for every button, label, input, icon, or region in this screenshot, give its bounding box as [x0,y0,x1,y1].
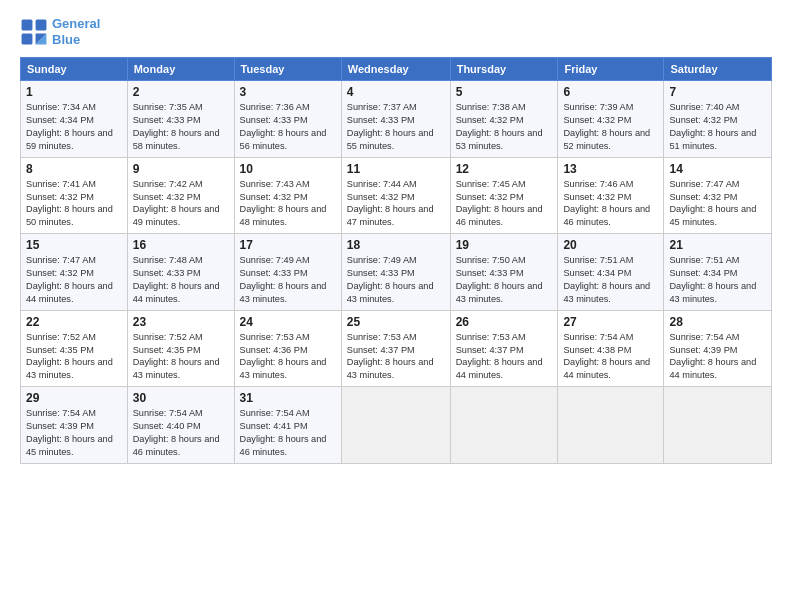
day-number: 9 [133,162,229,176]
day-number: 13 [563,162,658,176]
logo-icon [20,18,48,46]
day-number: 1 [26,85,122,99]
day-number: 30 [133,391,229,405]
day-info: Sunrise: 7:54 AM Sunset: 4:40 PM Dayligh… [133,407,229,459]
calendar-cell: 22 Sunrise: 7:52 AM Sunset: 4:35 PM Dayl… [21,310,128,387]
calendar-cell: 21 Sunrise: 7:51 AM Sunset: 4:34 PM Dayl… [664,234,772,311]
calendar-cell: 9 Sunrise: 7:42 AM Sunset: 4:32 PM Dayli… [127,157,234,234]
day-number: 14 [669,162,766,176]
calendar-cell [558,387,664,464]
day-info: Sunrise: 7:38 AM Sunset: 4:32 PM Dayligh… [456,101,553,153]
day-info: Sunrise: 7:37 AM Sunset: 4:33 PM Dayligh… [347,101,445,153]
weekday-header: Tuesday [234,58,341,81]
day-number: 26 [456,315,553,329]
calendar-cell: 13 Sunrise: 7:46 AM Sunset: 4:32 PM Dayl… [558,157,664,234]
day-number: 5 [456,85,553,99]
calendar-cell: 14 Sunrise: 7:47 AM Sunset: 4:32 PM Dayl… [664,157,772,234]
day-number: 23 [133,315,229,329]
day-number: 15 [26,238,122,252]
day-info: Sunrise: 7:42 AM Sunset: 4:32 PM Dayligh… [133,178,229,230]
day-info: Sunrise: 7:51 AM Sunset: 4:34 PM Dayligh… [669,254,766,306]
day-info: Sunrise: 7:49 AM Sunset: 4:33 PM Dayligh… [240,254,336,306]
calendar-week-row: 22 Sunrise: 7:52 AM Sunset: 4:35 PM Dayl… [21,310,772,387]
calendar-week-row: 29 Sunrise: 7:54 AM Sunset: 4:39 PM Dayl… [21,387,772,464]
svg-rect-1 [36,19,47,30]
weekday-header: Saturday [664,58,772,81]
day-info: Sunrise: 7:39 AM Sunset: 4:32 PM Dayligh… [563,101,658,153]
logo: General Blue [20,16,100,47]
calendar-cell: 4 Sunrise: 7:37 AM Sunset: 4:33 PM Dayli… [341,81,450,158]
calendar-cell: 10 Sunrise: 7:43 AM Sunset: 4:32 PM Dayl… [234,157,341,234]
calendar-week-row: 15 Sunrise: 7:47 AM Sunset: 4:32 PM Dayl… [21,234,772,311]
day-number: 11 [347,162,445,176]
day-number: 22 [26,315,122,329]
calendar-cell: 30 Sunrise: 7:54 AM Sunset: 4:40 PM Dayl… [127,387,234,464]
day-info: Sunrise: 7:54 AM Sunset: 4:38 PM Dayligh… [563,331,658,383]
calendar-cell: 6 Sunrise: 7:39 AM Sunset: 4:32 PM Dayli… [558,81,664,158]
day-info: Sunrise: 7:47 AM Sunset: 4:32 PM Dayligh… [669,178,766,230]
day-info: Sunrise: 7:53 AM Sunset: 4:37 PM Dayligh… [456,331,553,383]
day-number: 12 [456,162,553,176]
calendar-cell: 1 Sunrise: 7:34 AM Sunset: 4:34 PM Dayli… [21,81,128,158]
day-info: Sunrise: 7:54 AM Sunset: 4:39 PM Dayligh… [669,331,766,383]
day-info: Sunrise: 7:48 AM Sunset: 4:33 PM Dayligh… [133,254,229,306]
calendar-cell: 17 Sunrise: 7:49 AM Sunset: 4:33 PM Dayl… [234,234,341,311]
day-info: Sunrise: 7:34 AM Sunset: 4:34 PM Dayligh… [26,101,122,153]
calendar-cell: 26 Sunrise: 7:53 AM Sunset: 4:37 PM Dayl… [450,310,558,387]
day-number: 18 [347,238,445,252]
day-info: Sunrise: 7:50 AM Sunset: 4:33 PM Dayligh… [456,254,553,306]
calendar-cell: 3 Sunrise: 7:36 AM Sunset: 4:33 PM Dayli… [234,81,341,158]
calendar-table: SundayMondayTuesdayWednesdayThursdayFrid… [20,57,772,464]
calendar-cell: 24 Sunrise: 7:53 AM Sunset: 4:36 PM Dayl… [234,310,341,387]
day-number: 29 [26,391,122,405]
calendar-cell: 28 Sunrise: 7:54 AM Sunset: 4:39 PM Dayl… [664,310,772,387]
calendar-cell: 20 Sunrise: 7:51 AM Sunset: 4:34 PM Dayl… [558,234,664,311]
calendar-cell: 31 Sunrise: 7:54 AM Sunset: 4:41 PM Dayl… [234,387,341,464]
page: General Blue SundayMondayTuesdayWednesda… [0,0,792,612]
day-info: Sunrise: 7:45 AM Sunset: 4:32 PM Dayligh… [456,178,553,230]
day-number: 28 [669,315,766,329]
logo-blue: Blue [52,32,80,47]
calendar-cell: 15 Sunrise: 7:47 AM Sunset: 4:32 PM Dayl… [21,234,128,311]
logo-general: General [52,16,100,31]
calendar-cell: 12 Sunrise: 7:45 AM Sunset: 4:32 PM Dayl… [450,157,558,234]
day-number: 21 [669,238,766,252]
weekday-header: Wednesday [341,58,450,81]
day-number: 6 [563,85,658,99]
calendar-header-row: SundayMondayTuesdayWednesdayThursdayFrid… [21,58,772,81]
day-info: Sunrise: 7:43 AM Sunset: 4:32 PM Dayligh… [240,178,336,230]
calendar-cell: 5 Sunrise: 7:38 AM Sunset: 4:32 PM Dayli… [450,81,558,158]
svg-rect-2 [22,33,33,44]
day-info: Sunrise: 7:54 AM Sunset: 4:39 PM Dayligh… [26,407,122,459]
day-info: Sunrise: 7:46 AM Sunset: 4:32 PM Dayligh… [563,178,658,230]
day-info: Sunrise: 7:51 AM Sunset: 4:34 PM Dayligh… [563,254,658,306]
calendar-cell: 25 Sunrise: 7:53 AM Sunset: 4:37 PM Dayl… [341,310,450,387]
day-info: Sunrise: 7:54 AM Sunset: 4:41 PM Dayligh… [240,407,336,459]
header: General Blue [20,16,772,47]
day-info: Sunrise: 7:53 AM Sunset: 4:37 PM Dayligh… [347,331,445,383]
weekday-header: Sunday [21,58,128,81]
calendar-cell: 16 Sunrise: 7:48 AM Sunset: 4:33 PM Dayl… [127,234,234,311]
calendar-cell: 29 Sunrise: 7:54 AM Sunset: 4:39 PM Dayl… [21,387,128,464]
day-number: 27 [563,315,658,329]
day-info: Sunrise: 7:49 AM Sunset: 4:33 PM Dayligh… [347,254,445,306]
weekday-header: Friday [558,58,664,81]
calendar-week-row: 1 Sunrise: 7:34 AM Sunset: 4:34 PM Dayli… [21,81,772,158]
day-info: Sunrise: 7:44 AM Sunset: 4:32 PM Dayligh… [347,178,445,230]
day-number: 25 [347,315,445,329]
weekday-header: Thursday [450,58,558,81]
day-number: 17 [240,238,336,252]
day-number: 20 [563,238,658,252]
day-number: 16 [133,238,229,252]
logo-text: General Blue [52,16,100,47]
day-info: Sunrise: 7:41 AM Sunset: 4:32 PM Dayligh… [26,178,122,230]
calendar-cell [450,387,558,464]
calendar-cell: 11 Sunrise: 7:44 AM Sunset: 4:32 PM Dayl… [341,157,450,234]
day-number: 10 [240,162,336,176]
day-info: Sunrise: 7:53 AM Sunset: 4:36 PM Dayligh… [240,331,336,383]
day-number: 3 [240,85,336,99]
day-info: Sunrise: 7:52 AM Sunset: 4:35 PM Dayligh… [133,331,229,383]
calendar-cell: 19 Sunrise: 7:50 AM Sunset: 4:33 PM Dayl… [450,234,558,311]
day-number: 8 [26,162,122,176]
calendar-cell: 7 Sunrise: 7:40 AM Sunset: 4:32 PM Dayli… [664,81,772,158]
